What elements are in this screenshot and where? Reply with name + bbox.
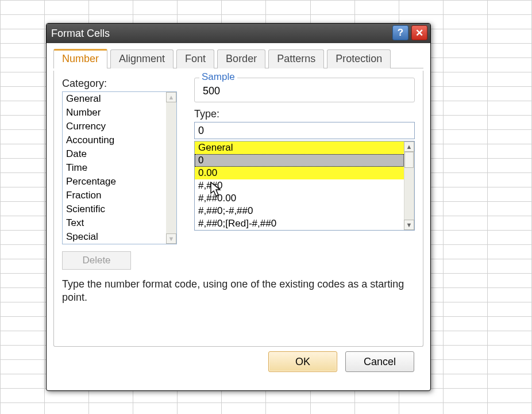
scroll-down-icon[interactable]: ▼ — [166, 233, 176, 244]
format-item[interactable]: 0.00 — [195, 167, 404, 179]
category-listbox[interactable]: GeneralNumberCurrencyAccountingDateTimeP… — [62, 91, 177, 244]
format-item[interactable]: #,##0.00 — [195, 192, 404, 205]
format-item[interactable]: #,##0;-#,##0 — [195, 205, 404, 217]
sample-value: 500 — [201, 85, 408, 97]
ok-button[interactable]: OK — [268, 351, 337, 372]
category-item[interactable]: Number — [63, 106, 166, 120]
scroll-up-icon[interactable]: ▲ — [404, 141, 414, 152]
help-button[interactable]: ? — [392, 25, 408, 40]
category-item[interactable]: Date — [63, 147, 166, 161]
format-list[interactable]: General00.00#,##0#,##0.00#,##0;-#,##0#,#… — [194, 141, 415, 231]
tab-number[interactable]: Number — [53, 49, 107, 68]
format-scrollbar[interactable]: ▲ ▼ — [404, 141, 414, 230]
format-item[interactable]: 0 — [195, 154, 404, 167]
cancel-button[interactable]: Cancel — [345, 351, 414, 372]
tab-font[interactable]: Font — [176, 49, 214, 68]
category-item[interactable]: Scientific — [63, 202, 166, 216]
format-item[interactable]: #,##0;[Red]-#,##0 — [195, 217, 404, 230]
tab-patterns[interactable]: Patterns — [268, 49, 324, 68]
delete-button: Delete — [62, 251, 131, 270]
tabstrip: Number Alignment Font Border Patterns Pr… — [53, 48, 423, 68]
dialog-title: Format Cells — [51, 28, 110, 40]
category-item[interactable]: Special — [63, 230, 166, 244]
button-row: OK Cancel — [53, 347, 423, 380]
close-icon: ✕ — [415, 27, 423, 39]
tabpage-number: Category: GeneralNumberCurrencyAccountin… — [53, 71, 423, 347]
sample-legend: Sample — [199, 71, 237, 83]
category-item[interactable]: Accounting — [63, 133, 166, 147]
format-cells-dialog: Format Cells ? ✕ Number Alignment Font B… — [46, 23, 431, 391]
tab-border[interactable]: Border — [217, 49, 265, 68]
category-item[interactable]: General — [63, 92, 166, 106]
tab-protection[interactable]: Protection — [327, 49, 391, 68]
category-scrollbar[interactable]: ▲ ▼ — [166, 92, 176, 244]
type-label: Type: — [194, 108, 415, 120]
titlebar: Format Cells ? ✕ — [47, 24, 430, 43]
format-item[interactable]: #,##0 — [195, 179, 404, 192]
tab-alignment[interactable]: Alignment — [110, 49, 174, 68]
close-button[interactable]: ✕ — [411, 25, 427, 40]
dialog-body: Number Alignment Font Border Patterns Pr… — [47, 43, 430, 390]
category-item[interactable]: Time — [63, 161, 166, 175]
scroll-up-icon[interactable]: ▲ — [166, 92, 176, 102]
category-item[interactable]: Percentage — [63, 175, 166, 189]
category-label: Category: — [62, 78, 177, 90]
category-item[interactable]: Fraction — [63, 189, 166, 202]
format-item[interactable]: General — [195, 141, 404, 154]
category-item[interactable]: Currency — [63, 120, 166, 133]
type-input[interactable] — [194, 122, 415, 139]
scrollbar-thumb[interactable] — [404, 152, 414, 168]
sample-group: Sample 500 — [194, 78, 415, 102]
hint-text: Type the number format code, using one o… — [62, 278, 415, 304]
category-item[interactable]: Text — [63, 216, 166, 230]
scroll-down-icon[interactable]: ▼ — [404, 220, 414, 230]
